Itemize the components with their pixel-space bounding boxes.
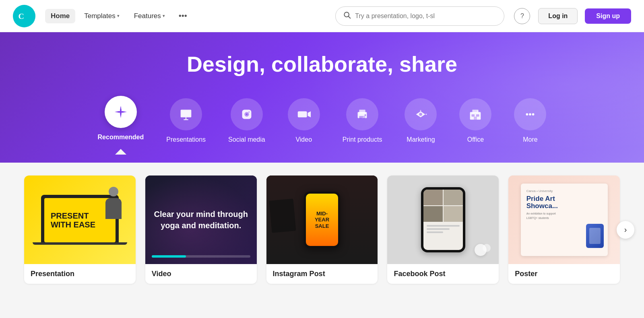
instagram-thumbnail: MID-YEARSALE: [266, 176, 378, 264]
instagram-card[interactable]: MID-YEARSALE Instagram Post: [266, 176, 378, 284]
svg-rect-22: [476, 114, 479, 117]
svg-point-10: [248, 112, 250, 113]
search-input[interactable]: [355, 12, 497, 20]
cat-marketing[interactable]: Marketing: [393, 98, 448, 155]
next-arrow-button[interactable]: ›: [617, 221, 634, 239]
hero-title: Design, collaborate, share: [0, 52, 644, 76]
cat-video[interactable]: Video: [277, 98, 331, 155]
category-row: Recommended Presentations: [0, 96, 644, 163]
svg-point-18: [419, 113, 423, 116]
poster-title-text: Pride ArtShowca...: [526, 195, 602, 210]
svg-rect-23: [474, 117, 477, 120]
svg-text:C: C: [19, 12, 24, 21]
poster-card-label: Poster: [508, 264, 620, 284]
svg-rect-5: [182, 111, 190, 116]
presentation-card-label: Presentation: [24, 264, 136, 284]
cat-video-label: Video: [295, 136, 312, 143]
login-button[interactable]: Log in: [538, 8, 578, 24]
svg-point-24: [477, 111, 479, 112]
nav-home[interactable]: Home: [45, 9, 75, 23]
cat-print-products[interactable]: Print products: [331, 98, 394, 155]
svg-line-2: [349, 17, 351, 19]
cat-presentations-label: Presentations: [166, 136, 206, 143]
print-products-icon: [346, 98, 378, 130]
nav-templates[interactable]: Templates ▾: [78, 9, 125, 23]
cat-social-media[interactable]: Social media: [217, 98, 277, 155]
video-card[interactable]: Clear your mind through yoga and meditat…: [145, 176, 257, 284]
search-icon: [343, 11, 351, 21]
presentation-card[interactable]: PRESENT WITH EASE Presentation: [24, 176, 136, 284]
instagram-text: MID-YEARSALE: [310, 211, 334, 229]
presentations-icon: [170, 98, 202, 130]
svg-rect-11: [298, 111, 307, 117]
poster-thumbnail: Canva • University Pride ArtShowca... An…: [508, 176, 620, 264]
marketing-icon: [405, 98, 437, 130]
video-card-label: Video: [145, 264, 257, 284]
instagram-card-label: Instagram Post: [266, 264, 378, 284]
hero-banner: Design, collaborate, share Recommended: [0, 32, 644, 163]
templates-chevron-icon: ▾: [117, 13, 120, 19]
svg-point-27: [532, 113, 535, 116]
cards-section: PRESENT WITH EASE Presentation Clea: [0, 163, 644, 297]
svg-point-9: [246, 114, 248, 115]
svg-rect-17: [359, 118, 362, 119]
social-media-icon: [231, 98, 263, 130]
svg-rect-21: [472, 114, 475, 117]
svg-point-25: [526, 113, 528, 116]
presentation-thumbnail: PRESENT WITH EASE: [24, 176, 136, 264]
cat-office-label: Office: [467, 136, 484, 143]
video-thumbnail: Clear your mind through yoga and meditat…: [145, 176, 257, 264]
svg-rect-13: [359, 110, 365, 114]
cat-marketing-label: Marketing: [407, 136, 435, 143]
nav-features[interactable]: Features ▾: [128, 9, 171, 23]
cat-presentations[interactable]: Presentations: [155, 98, 217, 155]
cat-print-products-label: Print products: [343, 136, 382, 143]
features-chevron-icon: ▾: [163, 13, 165, 19]
recommended-icon: [105, 96, 137, 128]
svg-point-15: [365, 114, 366, 116]
canva-logo[interactable]: C: [13, 5, 35, 27]
facebook-card-label: Facebook Post: [387, 264, 499, 284]
facebook-thumbnail: [387, 176, 499, 264]
nav-more-dots[interactable]: •••: [174, 8, 192, 24]
svg-point-26: [529, 113, 532, 116]
cat-social-media-label: Social media: [228, 136, 265, 143]
signup-button[interactable]: Sign up: [585, 8, 631, 24]
office-icon: [459, 98, 491, 130]
laptop-text2: WITH EASE: [51, 220, 109, 229]
cat-more-label: More: [523, 136, 537, 143]
cat-recommended-label: Recommended: [98, 134, 144, 141]
video-icon: [288, 98, 320, 130]
svg-rect-16: [359, 117, 363, 118]
cat-office[interactable]: Office: [448, 98, 503, 155]
video-text: Clear your mind through yoga and meditat…: [153, 209, 249, 231]
search-bar: [335, 6, 504, 26]
more-icon: [514, 98, 546, 130]
laptop-text1: PRESENT: [51, 211, 109, 220]
poster-card[interactable]: Canva • University Pride ArtShowca... An…: [508, 176, 620, 284]
video-progress-bar: [152, 255, 250, 258]
cat-more[interactable]: More: [503, 98, 557, 155]
facebook-card[interactable]: Facebook Post: [387, 176, 499, 284]
help-button[interactable]: ?: [514, 8, 530, 24]
cat-recommended[interactable]: Recommended: [87, 96, 155, 155]
navbar: C Home Templates ▾ Features ▾ ••• ? Log …: [0, 0, 644, 32]
